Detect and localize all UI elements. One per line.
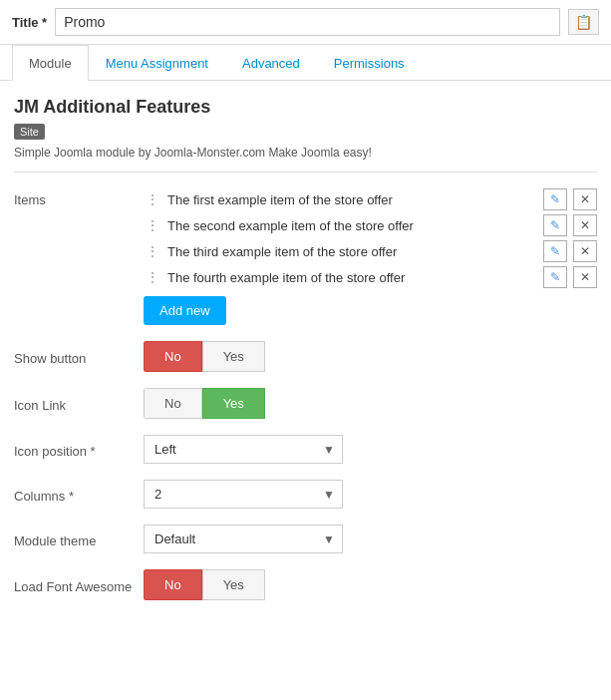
list-item: ⋮ The second example item of the store o…: [144, 214, 597, 236]
items-form-row: Items ⋮ The first example item of the st…: [14, 188, 597, 325]
load-font-awesome-form-row: Load Font Awesome No Yes: [14, 569, 597, 600]
drag-handle[interactable]: ⋮: [144, 191, 161, 207]
icon-position-control: Left Right Top Bottom ▼: [144, 435, 597, 464]
show-button-no[interactable]: No: [144, 341, 202, 372]
site-badge: Site: [14, 124, 45, 140]
columns-label: Columns *: [14, 485, 144, 504]
title-row: Title * 📋: [0, 0, 611, 45]
module-theme-label: Module theme: [14, 529, 144, 548]
drag-handle[interactable]: ⋮: [144, 217, 161, 233]
list-item: ⋮ The fourth example item of the store o…: [144, 266, 597, 288]
show-button-label: Show button: [14, 347, 144, 366]
icon-link-label: Icon Link: [14, 394, 144, 413]
item-text: The third example item of the store offe…: [167, 244, 537, 259]
icon-link-control: No Yes: [144, 388, 597, 419]
module-theme-form-row: Module theme Default Dark Light ▼: [14, 525, 597, 553]
columns-form-row: Columns * 1 2 3 4 ▼: [14, 480, 597, 509]
remove-item-button[interactable]: ✕: [573, 240, 597, 262]
content-area: JM Additional Features Site Simple Jooml…: [0, 81, 611, 632]
remove-item-button[interactable]: ✕: [573, 266, 597, 288]
divider: [14, 172, 597, 173]
icon-link-toggle-group: No Yes: [144, 388, 597, 419]
add-new-button[interactable]: Add new: [144, 296, 226, 325]
item-text: The first example item of the store offe…: [167, 192, 537, 207]
title-label: Title *: [12, 15, 47, 30]
show-button-yes[interactable]: Yes: [202, 341, 265, 372]
edit-item-button[interactable]: ✎: [543, 188, 567, 210]
list-item: ⋮ The third example item of the store of…: [144, 240, 597, 262]
list-item: ⋮ The first example item of the store of…: [144, 188, 597, 210]
icon-position-label: Icon position *: [14, 440, 144, 459]
remove-item-button[interactable]: ✕: [573, 214, 597, 236]
tab-module[interactable]: Module: [12, 45, 89, 81]
title-save-icon[interactable]: 📋: [568, 9, 599, 35]
module-theme-select-wrapper: Default Dark Light ▼: [144, 525, 343, 553]
remove-item-button[interactable]: ✕: [573, 188, 597, 210]
icon-link-form-row: Icon Link No Yes: [14, 388, 597, 419]
item-text: The second example item of the store off…: [167, 218, 537, 233]
module-theme-select[interactable]: Default Dark Light: [144, 525, 343, 553]
module-theme-control: Default Dark Light ▼: [144, 525, 597, 553]
item-text: The fourth example item of the store off…: [167, 270, 537, 285]
columns-control: 1 2 3 4 ▼: [144, 480, 597, 509]
icon-position-form-row: Icon position * Left Right Top Bottom ▼: [14, 435, 597, 464]
title-input[interactable]: [55, 8, 560, 36]
tab-permissions[interactable]: Permissions: [317, 45, 422, 81]
load-font-no[interactable]: No: [144, 569, 202, 600]
edit-item-button[interactable]: ✎: [543, 214, 567, 236]
load-font-awesome-label: Load Font Awesome: [14, 575, 144, 594]
columns-select[interactable]: 1 2 3 4: [144, 480, 343, 509]
tabs-bar: Module Menu Assignment Advanced Permissi…: [0, 45, 611, 81]
icon-position-select-wrapper: Left Right Top Bottom ▼: [144, 435, 343, 464]
items-label: Items: [14, 188, 144, 207]
drag-handle[interactable]: ⋮: [144, 243, 161, 259]
module-title: JM Additional Features: [14, 97, 597, 118]
show-button-control: No Yes: [144, 341, 597, 372]
icon-position-select[interactable]: Left Right Top Bottom: [144, 435, 343, 464]
edit-item-button[interactable]: ✎: [543, 266, 567, 288]
icon-link-no[interactable]: No: [144, 388, 202, 419]
module-description: Simple Joomla module by Joomla-Monster.c…: [14, 146, 597, 160]
items-list: ⋮ The first example item of the store of…: [144, 188, 597, 288]
load-font-awesome-control: No Yes: [144, 569, 597, 600]
show-button-form-row: Show button No Yes: [14, 341, 597, 372]
edit-item-button[interactable]: ✎: [543, 240, 567, 262]
drag-handle[interactable]: ⋮: [144, 269, 161, 285]
items-control: ⋮ The first example item of the store of…: [144, 188, 597, 325]
columns-select-wrapper: 1 2 3 4 ▼: [144, 480, 343, 509]
tab-advanced[interactable]: Advanced: [225, 45, 317, 81]
load-font-awesome-toggle-group: No Yes: [144, 569, 597, 600]
show-button-toggle-group: No Yes: [144, 341, 597, 372]
icon-link-yes[interactable]: Yes: [202, 388, 265, 419]
load-font-yes[interactable]: Yes: [202, 569, 265, 600]
tab-menu-assignment[interactable]: Menu Assignment: [89, 45, 225, 81]
